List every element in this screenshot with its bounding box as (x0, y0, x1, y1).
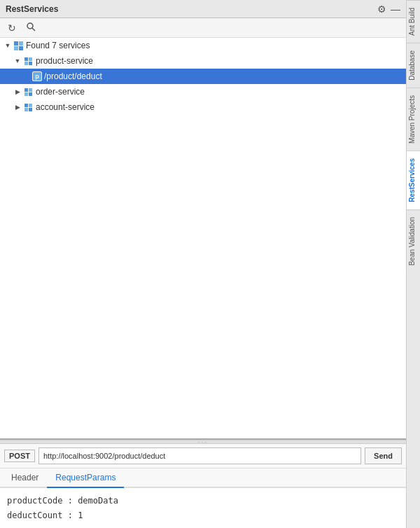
param-line-2: deductCount : 1 (7, 508, 399, 522)
sidebar-bean-validation[interactable]: Bean Validation (407, 209, 421, 272)
refresh-button[interactable]: ↻ (4, 20, 20, 36)
order-service-expand-arrow (13, 87, 22, 97)
request-panel: POST Send Header RequestParams productCo… (0, 444, 406, 528)
tree-item-account-service[interactable]: account-service (0, 99, 406, 115)
svg-line-1 (32, 28, 35, 31)
url-bar: POST Send (0, 444, 406, 468)
root-expand-arrow (3, 41, 13, 50)
account-service-folder-icon (22, 102, 34, 112)
title-bar: RestServices ⚙ — (0, 0, 406, 18)
tree-root[interactable]: Found 7 services (0, 38, 406, 53)
tree-item-product-deduct[interactable]: p /product/deduct (0, 69, 406, 84)
ant-build-label: Ant Build (408, 8, 416, 36)
order-service-label: order-service (36, 87, 85, 97)
url-input[interactable] (38, 447, 361, 464)
main-content: RestServices ⚙ — ↻ (0, 0, 406, 528)
root-folder-icon (13, 41, 24, 50)
bean-validation-label: Bean Validation (408, 217, 416, 265)
send-button[interactable]: Send (365, 447, 402, 464)
window-title: RestServices (6, 4, 58, 14)
right-sidebar: Ant Build Database Maven Projects RestSe… (406, 0, 420, 528)
order-service-folder-icon (22, 87, 34, 97)
minimize-icon[interactable]: — (391, 4, 400, 15)
search-icon (26, 22, 36, 34)
p-method-badge: p (32, 71, 42, 81)
tab-requestparams[interactable]: RequestParams (47, 468, 124, 488)
tab-header[interactable]: Header (3, 468, 47, 488)
search-button[interactable] (22, 20, 39, 36)
product-service-folder-icon (22, 56, 34, 66)
maven-label: Maven Projects (408, 95, 416, 144)
refresh-icon: ↻ (8, 22, 16, 34)
tabs-bar: Header RequestParams (0, 468, 406, 488)
account-service-expand-arrow (13, 102, 22, 112)
sidebar-maven[interactable]: Maven Projects (407, 88, 421, 151)
param-line-1: productCode : demoData (7, 494, 399, 508)
settings-icon[interactable]: ⚙ (377, 4, 386, 15)
title-bar-controls: ⚙ — (377, 4, 400, 15)
sidebar-ant-build[interactable]: Ant Build (407, 0, 421, 43)
sidebar-database[interactable]: Database (407, 43, 421, 88)
product-service-expand-arrow (13, 56, 22, 66)
database-label: Database (408, 50, 416, 81)
params-content: productCode : demoData deductCount : 1 (0, 488, 406, 528)
toolbar: ↻ (0, 18, 406, 38)
root-label: Found 7 services (26, 41, 90, 50)
rest-services-label: RestServices (408, 158, 416, 202)
tree-item-product-service[interactable]: product-service (0, 53, 406, 69)
method-badge: POST (4, 450, 35, 462)
sidebar-rest-services[interactable]: RestServices (407, 151, 421, 209)
deduct-path-label: /product/deduct (44, 71, 102, 81)
product-service-label: product-service (36, 56, 93, 66)
account-service-label: account-service (36, 102, 94, 112)
svg-point-0 (27, 23, 33, 29)
tree-item-order-service[interactable]: order-service (0, 84, 406, 99)
tree-panel: Found 7 services product-service p /prod… (0, 38, 406, 440)
